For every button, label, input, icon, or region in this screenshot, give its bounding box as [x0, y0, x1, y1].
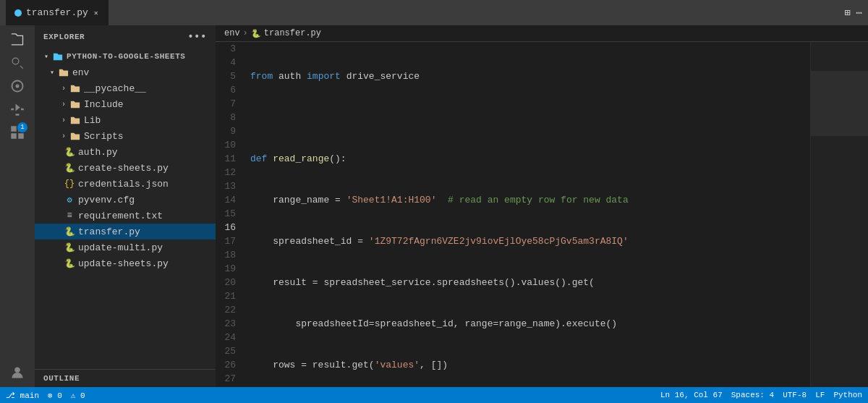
statusbar-language[interactable]: Python — [833, 391, 862, 399]
more-icon[interactable]: ⋯ — [856, 7, 862, 19]
sidebar-item-create-sheets[interactable]: › 🐍 create-sheets.py — [35, 160, 216, 176]
sidebar-item-label-requirement: requirement.txt — [78, 211, 163, 221]
sidebar-header-icons: ••• — [187, 31, 207, 43]
breadcrumb: env › 🐍 transfer.py — [216, 25, 868, 42]
editor-tab[interactable]: transfer.py ✕ — [6, 0, 109, 25]
credentials-file-icon: {} — [64, 178, 75, 190]
code-line-9: spreadsheetId=spreadsheet_id, range=rang… — [250, 317, 810, 331]
pycache-folder-icon — [69, 82, 81, 94]
ln-24: 24 — [216, 331, 236, 344]
ln-23: 23 — [216, 317, 236, 331]
ln-18: 18 — [216, 248, 236, 262]
sidebar-item-credentials[interactable]: › {} credentials.json — [35, 176, 216, 192]
ln-11: 11 — [216, 152, 236, 166]
activity-account-icon[interactable] — [9, 364, 26, 381]
requirement-file-icon: ≡ — [64, 210, 75, 221]
sidebar-item-pyvenv[interactable]: › ⚙ pyvenv.cfg — [35, 192, 216, 208]
auth-file-icon: 🐍 — [64, 146, 75, 158]
create-sheets-file-icon: 🐍 — [64, 162, 75, 174]
ln-27: 27 — [216, 372, 236, 386]
activity-explorer-icon[interactable] — [9, 31, 26, 48]
activity-extensions-icon[interactable]: 1 — [9, 124, 26, 141]
code-line-7: spreadsheet_id = '1Z9T72fAgrn6VZE2jv9iov… — [250, 234, 810, 248]
ln-16: 16 — [216, 221, 236, 234]
sidebar-item-label-update-multi: update-multi.py — [78, 242, 163, 253]
sidebar-item-transfer[interactable]: › 🐍 transfer.py — [35, 224, 216, 239]
outline-label: Outline — [43, 374, 80, 383]
svg-rect-2 — [11, 109, 14, 111]
tab-label: transfer.py — [26, 7, 88, 18]
expand-arrow-include: › — [58, 98, 69, 110]
sidebar-item-pycache[interactable]: › __pycache__ — [35, 80, 216, 96]
sidebar-item-update-sheets[interactable]: › 🐍 update-sheets.py — [35, 255, 216, 271]
project-tree: ▾ PYTHON-TO-GOOGLE-SHEETS ▾ env › — [35, 48, 216, 271]
ln-25: 25 — [216, 344, 236, 358]
statusbar-spaces[interactable]: Spaces: 4 — [731, 391, 774, 399]
sidebar-item-label-create-sheets: create-sheets.py — [78, 163, 169, 174]
ln-7: 7 — [216, 97, 236, 111]
statusbar-encoding[interactable]: UTF-8 — [783, 391, 807, 399]
svg-rect-3 — [21, 109, 24, 111]
ln-3: 3 — [216, 42, 236, 56]
ln-19: 19 — [216, 262, 236, 276]
activity-search-icon[interactable] — [9, 54, 26, 72]
sidebar-item-auth[interactable]: › 🐍 auth.py — [35, 144, 216, 160]
ln-8: 8 — [216, 111, 236, 124]
statusbar-line-ending[interactable]: LF — [815, 391, 825, 399]
sidebar-item-requirement[interactable]: › ≡ requirement.txt — [35, 208, 216, 224]
sidebar-more-icon[interactable]: ••• — [187, 31, 207, 43]
ln-10: 10 — [216, 138, 236, 152]
expand-arrow-scripts: › — [58, 130, 69, 142]
tab-file-icon — [14, 9, 22, 17]
sidebar-item-label-transfer: transfer.py — [78, 226, 140, 237]
svg-point-1 — [16, 85, 20, 88]
editor-area: env › 🐍 transfer.py 3 4 5 6 7 8 9 10 11 … — [216, 25, 868, 387]
sidebar-item-include[interactable]: › Include — [35, 96, 216, 112]
ln-13: 13 — [216, 179, 236, 193]
sidebar-header: Explorer ••• — [35, 25, 216, 48]
ln-20: 20 — [216, 276, 236, 289]
sidebar-item-label-lib: Lib — [84, 115, 101, 126]
sidebar: Explorer ••• ▾ PYTHON-TO-GOOGLE-SHEETS ▾ — [35, 25, 216, 387]
statusbar-branch[interactable]: ⎇ main — [6, 391, 39, 400]
sidebar-item-update-multi[interactable]: › 🐍 update-multi.py — [35, 239, 216, 255]
code-line-10: rows = result.get('values', []) — [250, 358, 810, 372]
expand-arrow-env: ▾ — [46, 67, 58, 78]
sidebar-item-scripts[interactable]: › Scripts — [35, 128, 216, 144]
layout-icon[interactable]: ⊞ — [844, 7, 850, 19]
transfer-file-icon: 🐍 — [64, 226, 75, 237]
ln-14: 14 — [216, 193, 236, 207]
ln-12: 12 — [216, 166, 236, 179]
activity-debug-icon[interactable] — [9, 101, 26, 118]
activity-bar: 1 — [0, 25, 35, 387]
main-layout: 1 Explorer ••• ▾ PYTHON-TO-GOOGLE-S — [0, 25, 868, 387]
sidebar-item-label-auth: auth.py — [78, 147, 118, 158]
include-folder-icon — [69, 98, 81, 110]
tree-project-label: PYTHON-TO-GOOGLE-SHEETS — [67, 52, 185, 61]
activity-git-icon[interactable] — [9, 77, 26, 95]
line-numbers: 3 4 5 6 7 8 9 10 11 12 13 14 15 16 17 18… — [216, 42, 244, 387]
lib-folder-icon — [69, 114, 81, 126]
statusbar-warnings[interactable]: ⚠ 0 — [71, 391, 85, 400]
sidebar-item-label-pycache: __pycache__ — [84, 83, 146, 94]
minimap — [810, 42, 868, 387]
ln-9: 9 — [216, 124, 236, 138]
tab-close-button[interactable]: ✕ — [93, 7, 100, 19]
sidebar-item-label-update-sheets: update-sheets.py — [78, 258, 169, 269]
ln-6: 6 — [216, 83, 236, 97]
pyvenv-file-icon: ⚙ — [64, 194, 75, 205]
sidebar-item-env[interactable]: ▾ env — [35, 64, 216, 80]
statusbar-ln-col[interactable]: Ln 16, Col 67 — [660, 391, 723, 399]
breadcrumb-env[interactable]: env — [224, 28, 240, 38]
sidebar-item-lib[interactable]: › Lib — [35, 112, 216, 128]
code-line-5: def read_range(): — [250, 152, 810, 166]
breadcrumb-file[interactable]: transfer.py — [264, 28, 321, 38]
expand-arrow-lib: › — [58, 114, 69, 126]
code-editor[interactable]: from auth import drive_service def read_… — [244, 42, 810, 387]
sidebar-title: Explorer — [43, 33, 85, 41]
statusbar-errors[interactable]: ⊗ 0 — [48, 391, 62, 400]
ln-15: 15 — [216, 207, 236, 221]
svg-rect-5 — [11, 126, 17, 132]
svg-rect-7 — [11, 133, 17, 139]
tree-root-project[interactable]: ▾ PYTHON-TO-GOOGLE-SHEETS — [35, 48, 216, 64]
